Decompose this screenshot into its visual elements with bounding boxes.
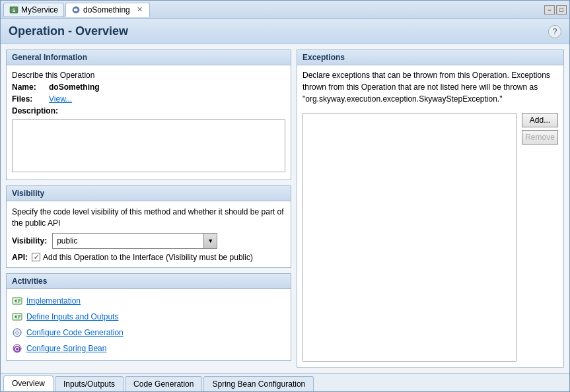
activity-configure-code-generation[interactable]: Configure Code Generation xyxy=(12,326,285,339)
visibility-section: Visibility Specify the code level visibi… xyxy=(6,185,291,268)
activities-body: Implementation Define Inputs and Outputs xyxy=(7,289,291,360)
tab-dosomething[interactable]: doSomething ✕ xyxy=(65,3,150,17)
activity-configure-spring-bean[interactable]: Configure Spring Bean xyxy=(12,342,285,355)
activity-define-inputs-outputs[interactable]: Define Inputs and Outputs xyxy=(12,310,285,323)
page-title: Operation - Overview xyxy=(9,24,128,38)
general-info-section: General Information Describe this Operat… xyxy=(6,49,291,180)
exceptions-header: Exceptions xyxy=(297,50,563,65)
define-inputs-outputs-link[interactable]: Define Inputs and Outputs xyxy=(26,312,118,321)
implementation-icon xyxy=(12,296,22,306)
dosomething-icon xyxy=(71,5,81,15)
close-tab-icon[interactable]: ✕ xyxy=(135,5,144,14)
activities-header: Activities xyxy=(7,274,291,289)
exceptions-section: Exceptions Declare exceptions that can b… xyxy=(297,49,564,368)
maximize-button[interactable]: □ xyxy=(556,5,567,15)
myservice-tab-label: MyService xyxy=(21,5,58,15)
description-textarea[interactable] xyxy=(12,119,285,172)
configure-code-generation-link[interactable]: Configure Code Generation xyxy=(26,328,124,337)
app-window: S MyService doSomething ✕ − □ Operation … xyxy=(0,0,570,392)
visibility-header: Visibility xyxy=(7,186,291,201)
svg-text:S: S xyxy=(13,8,16,13)
myservice-icon: S xyxy=(9,5,18,15)
name-row: Name: doSomething xyxy=(12,82,285,92)
describe-text: Describe this Operation xyxy=(12,71,285,80)
tab-myservice[interactable]: S MyService xyxy=(3,3,64,17)
exceptions-list[interactable] xyxy=(303,113,517,362)
exceptions-buttons: Add... Remove xyxy=(522,113,558,362)
visibility-select-value: public xyxy=(53,235,203,247)
title-bar: S MyService doSomething ✕ − □ xyxy=(1,1,569,19)
exceptions-content: Add... Remove xyxy=(297,109,563,367)
tab-code-generation[interactable]: Code Generation xyxy=(125,376,202,391)
help-button[interactable]: ? xyxy=(548,25,561,38)
visibility-desc: Specify the code level visibility of thi… xyxy=(12,207,285,229)
bottom-tabs: Overview Inputs/Outputs Code Generation … xyxy=(1,373,569,391)
right-panel: Exceptions Declare exceptions that can b… xyxy=(297,49,564,368)
add-exception-button[interactable]: Add... xyxy=(522,113,558,127)
tab-overview[interactable]: Overview xyxy=(3,376,53,391)
visibility-dropdown-arrow[interactable]: ▼ xyxy=(203,234,217,248)
api-checkbox-area[interactable]: ✓ Add this Operation to the Interface (V… xyxy=(32,253,253,262)
activities-section: Activities Implementation xyxy=(6,273,291,361)
files-label: Files: xyxy=(12,94,45,104)
visibility-select[interactable]: public ▼ xyxy=(52,233,217,249)
remove-exception-button[interactable]: Remove xyxy=(522,130,558,145)
files-row: Files: View... xyxy=(12,94,285,104)
svg-point-8 xyxy=(16,348,18,350)
description-label: Description: xyxy=(12,106,285,115)
api-checkbox[interactable]: ✓ xyxy=(32,253,40,261)
dosomething-tab-label: doSomething xyxy=(83,5,130,15)
files-link[interactable]: View... xyxy=(49,94,72,104)
configure-spring-bean-icon xyxy=(12,343,22,354)
tab-inputs-outputs[interactable]: Inputs/Outputs xyxy=(55,376,124,391)
name-label: Name: xyxy=(12,82,45,92)
general-info-body: Describe this Operation Name: doSomethin… xyxy=(7,65,291,180)
description-wrapper xyxy=(12,119,285,174)
page-header: Operation - Overview ? xyxy=(1,19,569,44)
api-label: API: xyxy=(12,253,28,262)
general-info-header: General Information xyxy=(7,50,291,65)
visibility-body: Specify the code level visibility of thi… xyxy=(7,201,291,267)
window-controls: − □ xyxy=(544,5,567,15)
tab-spring-bean-configuration[interactable]: Spring Bean Configuration xyxy=(203,376,314,391)
inputs-outputs-icon xyxy=(12,311,22,322)
svg-point-6 xyxy=(16,331,18,334)
configure-spring-bean-link[interactable]: Configure Spring Bean xyxy=(26,344,106,353)
api-row: API: ✓ Add this Operation to the Interfa… xyxy=(12,253,285,262)
visibility-label: Visibility: xyxy=(12,236,47,245)
name-value: doSomething xyxy=(49,82,100,92)
implementation-link[interactable]: Implementation xyxy=(26,296,81,306)
minimize-button[interactable]: − xyxy=(544,5,555,15)
visibility-row: Visibility: public ▼ xyxy=(12,233,285,249)
activity-implementation[interactable]: Implementation xyxy=(12,294,285,308)
exceptions-desc: Declare exceptions that can be thrown fr… xyxy=(297,65,563,109)
api-checkbox-label: Add this Operation to the Interface (Vis… xyxy=(43,253,253,262)
content-area: General Information Describe this Operat… xyxy=(1,44,569,373)
left-panel: General Information Describe this Operat… xyxy=(6,49,291,368)
configure-code-generation-icon xyxy=(12,327,22,338)
